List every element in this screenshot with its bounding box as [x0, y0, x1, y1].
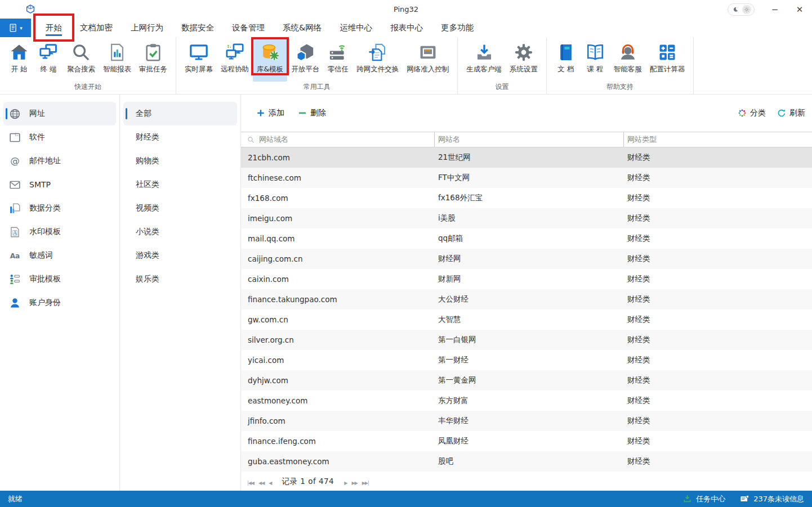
- sidebar-item-软件[interactable]: 软件: [3, 125, 116, 149]
- sidebar-item-账户身份[interactable]: 账户身份: [3, 291, 116, 315]
- tool-课程[interactable]: 课 程: [581, 39, 610, 82]
- dark-mode-icon[interactable]: [731, 5, 740, 14]
- unread-messages-button[interactable]: 237条未读信息: [740, 494, 804, 504]
- domain-cell: finance.ifeng.com: [241, 437, 434, 446]
- tab-更多功能[interactable]: 更多功能: [432, 19, 483, 37]
- category-item-娱乐类[interactable]: 娱乐类: [123, 267, 237, 291]
- table-row[interactable]: yicai.com第一财经财经类: [241, 350, 812, 370]
- tab-数据安全[interactable]: 数据安全: [172, 19, 223, 37]
- sidebar-item-数据分类[interactable]: 数据分类: [3, 196, 116, 220]
- menu-caret-icon: ▾: [20, 25, 23, 31]
- table-row[interactable]: jfinfo.com丰华财经财经类: [241, 411, 812, 431]
- tab-设备管理[interactable]: 设备管理: [223, 19, 274, 37]
- table-row[interactable]: gw.com.cn大智慧财经类: [241, 309, 812, 330]
- domain-cell: 21cbh.com: [241, 153, 434, 162]
- table-row[interactable]: silver.org.cn第一白银网财经类: [241, 330, 812, 350]
- table-row[interactable]: imeigu.comi美股财经类: [241, 208, 812, 228]
- tab-文档加密[interactable]: 文档加密: [71, 19, 122, 37]
- category-item-游戏类[interactable]: 游戏类: [123, 244, 237, 267]
- tool-label: 系统设置: [510, 65, 538, 74]
- tool-智能客服[interactable]: 智能客服: [610, 39, 646, 82]
- pager-fast-next-button[interactable]: ▶▶: [349, 479, 359, 487]
- tool-系统设置[interactable]: 系统设置: [506, 39, 542, 82]
- tab-系统&网络[interactable]: 系统&网络: [274, 19, 331, 37]
- tool-库&模板[interactable]: 库&模板: [253, 39, 287, 82]
- tool-远程协助[interactable]: 远程协助: [217, 39, 253, 82]
- add-button[interactable]: 添加: [256, 108, 284, 118]
- site-type-cell: 财经类: [623, 436, 812, 446]
- tool-跨网文件交换[interactable]: 跨网文件交换: [353, 39, 403, 82]
- tab-开始[interactable]: 开始: [37, 19, 71, 37]
- table-row[interactable]: eastmoney.com东方财富财经类: [241, 391, 812, 411]
- category-item-视频类[interactable]: 视频类: [123, 196, 237, 220]
- category-item-label: 购物类: [136, 156, 159, 166]
- task-center-label: 任务中心: [696, 494, 725, 504]
- tool-聚合搜索[interactable]: 聚合搜索: [63, 39, 99, 82]
- table-row[interactable]: finance.ifeng.com凤凰财经财经类: [241, 431, 812, 451]
- table-row[interactable]: caijing.com.cn财经网财经类: [241, 249, 812, 269]
- tool-配置计算器[interactable]: 配置计算器: [646, 39, 689, 82]
- tab-运维中心[interactable]: 运维中心: [331, 19, 381, 37]
- table-row[interactable]: guba.eastmoney.com股吧财经类: [241, 451, 812, 472]
- theme-toggle[interactable]: [728, 3, 755, 16]
- tab-上网行为[interactable]: 上网行为: [122, 19, 172, 37]
- sidebar-item-邮件地址[interactable]: @邮件地址: [3, 149, 116, 173]
- ribbon-tab-row: ▾ 开始文档加密上网行为数据安全设备管理系统&网络运维中心报表中心更多功能: [0, 19, 812, 37]
- main-menu-button[interactable]: ▾: [0, 19, 31, 37]
- category-item-label: 游戏类: [136, 250, 159, 261]
- table-row[interactable]: fx168.comfx168外汇宝财经类: [241, 188, 812, 208]
- light-mode-icon[interactable]: [742, 5, 751, 14]
- table-row[interactable]: mail.qq.comqq邮箱财经类: [241, 228, 812, 249]
- tab-报表中心[interactable]: 报表中心: [381, 19, 432, 37]
- classify-button[interactable]: 分类: [738, 108, 766, 118]
- task-center-button[interactable]: 任务中心: [682, 494, 725, 504]
- category-item-购物类[interactable]: 购物类: [123, 149, 237, 173]
- tool-智能报表[interactable]: 智能报表: [99, 39, 135, 82]
- sidebar-item-敏感词[interactable]: Aa敏感词: [3, 244, 116, 267]
- open-platform-icon: [296, 43, 315, 62]
- category-panel: 全部财经类购物类社区类视频类小说类游戏类娱乐类: [120, 95, 241, 491]
- column-header-site-name[interactable]: 网站名: [434, 132, 623, 147]
- tool-实时屏幕[interactable]: 实时屏幕: [181, 39, 217, 82]
- sidebar-item-水印模板[interactable]: A水印模板: [3, 220, 116, 244]
- menu-list-icon: [8, 23, 18, 33]
- delete-button[interactable]: 删除: [298, 108, 326, 118]
- table-row[interactable]: finance.takungpao.com大公财经财经类: [241, 289, 812, 309]
- tool-label: 审批任务: [139, 65, 167, 74]
- pager-first-button[interactable]: |◀◀: [245, 479, 256, 487]
- category-item-财经类[interactable]: 财经类: [123, 125, 237, 149]
- sidebar-item-网址[interactable]: 网址: [3, 102, 116, 125]
- category-item-label: 娱乐类: [136, 274, 159, 284]
- minimize-button[interactable]: −: [762, 0, 787, 19]
- table-row[interactable]: caixin.com财新网财经类: [241, 269, 812, 289]
- sidebar-item-审批模板[interactable]: 审批模板: [3, 267, 116, 291]
- table-row[interactable]: ftchinese.comFT中文网财经类: [241, 168, 812, 188]
- column-header-domain[interactable]: 网站域名: [241, 132, 434, 147]
- sidebar-item-label: SMTP: [29, 180, 51, 189]
- tool-审批任务[interactable]: 审批任务: [135, 39, 171, 82]
- refresh-icon: [777, 109, 786, 118]
- category-item-全部[interactable]: 全部: [123, 102, 237, 125]
- close-button[interactable]: ✕: [787, 0, 812, 19]
- category-item-小说类[interactable]: 小说类: [123, 220, 237, 244]
- tool-生成客户端[interactable]: 生成客户端: [462, 39, 506, 82]
- sidebar-item-SMTP[interactable]: SMTP: [3, 173, 116, 196]
- column-header-site-type[interactable]: 网站类型: [623, 132, 812, 147]
- table-row[interactable]: dyhjw.com第一黄金网财经类: [241, 370, 812, 391]
- pager-prev-button[interactable]: ◀: [266, 479, 274, 487]
- table-row[interactable]: 21cbh.com21世纪网财经类: [241, 147, 812, 168]
- tool-网络准入控制[interactable]: 网络准入控制: [403, 39, 453, 82]
- refresh-button[interactable]: 刷新: [777, 108, 805, 118]
- approval-template-icon: [9, 273, 21, 285]
- pager-next-button[interactable]: ▶: [342, 479, 349, 487]
- pager-last-button[interactable]: ▶▶|: [360, 479, 371, 487]
- category-item-社区类[interactable]: 社区类: [123, 173, 237, 196]
- pager-fast-prev-button[interactable]: ◀◀: [256, 479, 266, 487]
- ribbon-group-label: 常用工具: [177, 82, 456, 94]
- tool-开始[interactable]: 开 始: [5, 39, 34, 82]
- tool-文档[interactable]: 文 档: [551, 39, 581, 82]
- tool-label: 配置计算器: [650, 65, 685, 74]
- tool-终端[interactable]: 终 端: [34, 39, 63, 82]
- tool-开放平台[interactable]: 开放平台: [287, 39, 323, 82]
- tool-零信任[interactable]: 零信任: [323, 39, 353, 82]
